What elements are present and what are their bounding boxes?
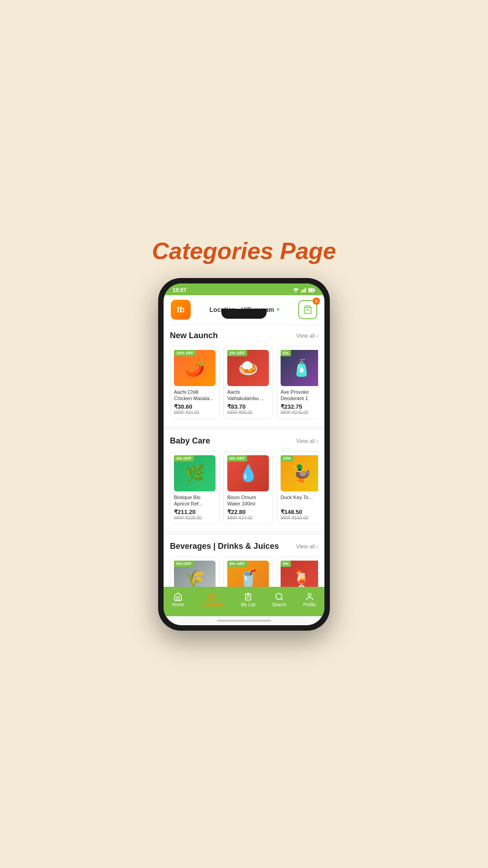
nav-label-home: Home — [172, 602, 184, 607]
section-beverages: Beverages | Drinks & Juices View all 5% … — [164, 535, 324, 587]
categories-icon — [208, 592, 217, 601]
battery-icon — [308, 288, 315, 292]
cart-button[interactable]: 0 — [298, 300, 317, 319]
product-price-p3: ₹232.75 — [281, 403, 318, 410]
discount-badge-p8: 5% OFF — [227, 561, 247, 567]
product-card-p9[interactable]: 5% 🍹 — [277, 557, 318, 587]
svg-rect-1 — [301, 291, 302, 292]
signal-icon — [301, 288, 306, 292]
view-all-new-launch[interactable]: View all — [296, 333, 318, 339]
svg-rect-9 — [209, 594, 212, 596]
view-all-beverages[interactable]: View all — [296, 543, 318, 550]
svg-point-16 — [276, 594, 282, 599]
section-header-beverages: Beverages | Drinks & Juices View all — [170, 542, 318, 551]
product-card-p2[interactable]: 2% OFF 🍛 Aachi Vathakulambu ... ₹83.70 M… — [223, 346, 273, 419]
svg-rect-10 — [213, 594, 216, 596]
product-price-p1: ₹30.60 — [174, 403, 216, 410]
svg-rect-6 — [314, 289, 315, 291]
status-time: 10:07 — [173, 287, 187, 293]
section-header-new-launch: New Launch View all — [170, 331, 318, 340]
status-bar: 10:07 — [164, 283, 324, 295]
discount-badge-p9: 5% — [281, 561, 291, 567]
product-mrp-p6: MRP ₹165.00 — [281, 515, 318, 520]
app-logo: tb — [171, 300, 191, 320]
products-row-beverages: 5% OFF 🌾 5% OFF 🥤 5% — [170, 557, 318, 587]
discount-badge-p6: 10% — [281, 455, 293, 462]
product-card-p6[interactable]: 10% 🦆 Duck Key To... ₹148.50 MRP ₹165.00 — [277, 451, 318, 524]
nav-label-categories: Categories — [201, 602, 224, 607]
product-name-p3: Axe Provoke Deodorant 1 — [281, 389, 318, 401]
product-mrp-p1: MRP ₹34.00 — [174, 410, 216, 415]
nav-item-home[interactable]: Home — [167, 590, 190, 609]
product-emoji-p3: 🧴 — [291, 359, 312, 377]
svg-point-0 — [296, 292, 297, 293]
products-row-new-launch: 10% OFF 🌶️ Aachi Chilli Chicken Masala..… — [170, 346, 318, 419]
product-name-p5: Bison Omum Water 100ml — [227, 494, 269, 507]
product-card-p5[interactable]: 5% OFF 💧 Bison Omum Water 100ml ₹22.80 M… — [223, 451, 273, 524]
discount-badge-p3: 5% — [281, 350, 291, 356]
product-emoji-p9: 🍹 — [291, 569, 312, 587]
discount-badge-p7: 5% OFF — [174, 561, 194, 567]
svg-rect-2 — [302, 290, 303, 292]
product-emoji-p5: 💧 — [238, 464, 258, 483]
status-icons — [293, 288, 315, 292]
svg-point-18 — [308, 594, 311, 597]
svg-rect-4 — [305, 288, 306, 292]
product-name-p6: Duck Key To... — [281, 494, 318, 507]
product-emoji-p1: 🌶️ — [185, 359, 205, 377]
nav-label-search: Search — [272, 602, 286, 607]
svg-rect-7 — [309, 289, 313, 292]
section-baby-care: Baby Care View all 4% OFF 🌿 Biotique Bio… — [164, 430, 324, 531]
svg-rect-11 — [209, 598, 212, 600]
nav-item-categories[interactable]: Categories — [195, 590, 230, 609]
svg-rect-12 — [213, 598, 216, 600]
product-card-p7[interactable]: 5% OFF 🌾 — [170, 557, 220, 587]
svg-rect-13 — [247, 594, 249, 595]
product-emoji-p4: 🌿 — [185, 464, 205, 483]
product-mrp-p3: MRP ₹245.00 — [281, 410, 318, 415]
svg-line-17 — [281, 599, 283, 600]
product-price-p2: ₹83.70 — [227, 403, 269, 410]
page-wrapper: Categories Page 10:07 — [122, 237, 366, 631]
discount-badge-p2: 2% OFF — [227, 350, 247, 356]
product-emoji-p7: 🌾 — [185, 569, 205, 587]
page-title: Categories Page — [152, 237, 336, 264]
product-mrp-p2: MRP ₹85.00 — [227, 410, 269, 415]
nav-item-mylist[interactable]: My List — [235, 590, 261, 609]
section-title-baby-care: Baby Care — [170, 436, 210, 446]
discount-badge-p4: 4% OFF — [174, 455, 194, 462]
discount-badge-p5: 5% OFF — [227, 455, 247, 462]
phone-screen: 10:07 — [164, 283, 324, 625]
view-all-baby-care[interactable]: View all — [296, 438, 318, 444]
cart-icon — [303, 305, 312, 314]
product-card-p4[interactable]: 4% OFF 🌿 Biotique Bio Apricot Ref... ₹21… — [170, 451, 220, 524]
product-price-p4: ₹211.20 — [174, 509, 216, 515]
profile-icon — [305, 592, 314, 601]
product-emoji-p6: 🦆 — [291, 464, 312, 483]
product-mrp-p5: MRP ₹24.00 — [227, 515, 269, 520]
home-icon — [174, 592, 183, 601]
home-indicator — [164, 616, 324, 625]
nav-item-search[interactable]: Search — [267, 590, 292, 609]
product-price-p5: ₹22.80 — [227, 509, 269, 515]
product-card-p3[interactable]: 5% 🧴 Axe Provoke Deodorant 1 ₹232.75 MRP… — [277, 346, 318, 419]
product-card-p1[interactable]: 10% OFF 🌶️ Aachi Chilli Chicken Masala..… — [170, 346, 220, 419]
phone-frame: 10:07 — [158, 278, 330, 631]
section-new-launch: New Launch View all 10% OFF 🌶️ Aachi Chi… — [164, 325, 324, 425]
discount-badge-p1: 10% OFF — [174, 350, 196, 356]
mylist-icon — [244, 592, 253, 601]
section-header-baby-care: Baby Care View all — [170, 436, 318, 446]
section-title-beverages: Beverages | Drinks & Juices — [170, 542, 279, 551]
product-emoji-p2: 🍛 — [238, 359, 258, 377]
cart-badge: 0 — [313, 297, 320, 305]
nav-label-mylist: My List — [241, 602, 255, 607]
product-mrp-p4: MRP ₹220.00 — [174, 515, 216, 520]
home-bar — [217, 620, 271, 622]
notch — [221, 309, 267, 319]
nav-item-profile[interactable]: Profile — [298, 590, 321, 609]
product-card-p8[interactable]: 5% OFF 🥤 — [223, 557, 273, 587]
scroll-content[interactable]: New Launch View all 10% OFF 🌶️ Aachi Chi… — [164, 325, 324, 587]
wifi-icon — [293, 288, 299, 292]
product-emoji-p8: 🥤 — [238, 569, 258, 587]
product-name-p2: Aachi Vathakulambu ... — [227, 389, 269, 401]
